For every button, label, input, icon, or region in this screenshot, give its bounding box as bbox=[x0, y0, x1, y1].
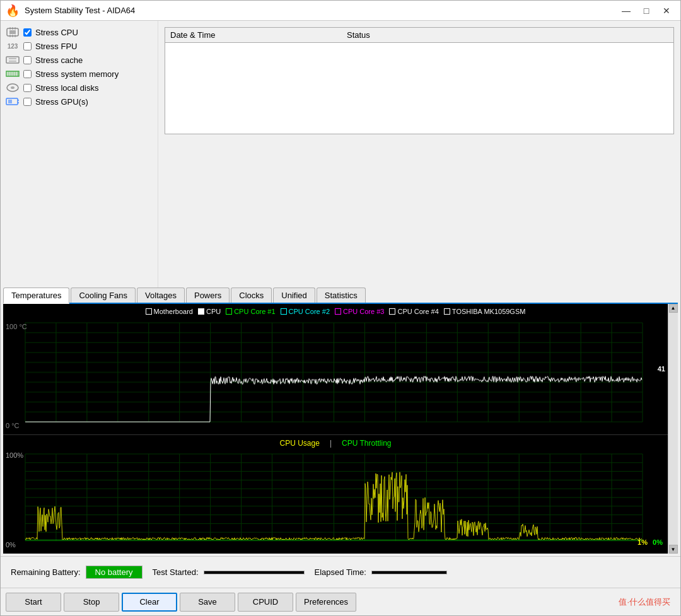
temperature-chart: Motherboard CPU CPU Core #1 CPU Cor bbox=[3, 304, 668, 435]
tab-temperatures[interactable]: Temperatures bbox=[3, 288, 69, 304]
stress-disk-label: Stress local disks bbox=[35, 83, 98, 93]
tab-bar: Temperatures Cooling Fans Voltages Power… bbox=[3, 288, 678, 304]
tab-unified[interactable]: Unified bbox=[273, 288, 315, 303]
legend-cpu-core3-check[interactable] bbox=[335, 308, 341, 315]
cpu-chart-canvas bbox=[3, 435, 668, 554]
elapsed-time-status: Elapsed Time: bbox=[315, 567, 447, 577]
start-button[interactable]: Start bbox=[6, 593, 61, 612]
stress-cpu-checkbox[interactable] bbox=[23, 28, 32, 37]
test-started-status: Test Started: bbox=[153, 567, 305, 577]
cpu-icon bbox=[6, 27, 20, 37]
battery-value: No battery bbox=[86, 566, 143, 579]
stress-cpu-row: Stress CPU bbox=[6, 27, 153, 37]
legend-cpu-core4-check[interactable] bbox=[389, 308, 395, 315]
status-bar: Remaining Battery: No battery Test Start… bbox=[1, 556, 680, 588]
log-header: Date & Time Status bbox=[165, 28, 673, 43]
tab-clocks[interactable]: Clocks bbox=[231, 288, 272, 303]
cpu-usage-chart: CPU Usage | CPU Throttling 100% 0% 1% 0% bbox=[3, 435, 668, 554]
log-col-status: Status bbox=[347, 30, 370, 40]
stress-memory-label: Stress system memory bbox=[35, 69, 119, 79]
legend-cpu-core1-check[interactable] bbox=[226, 308, 232, 315]
stop-button[interactable]: Stop bbox=[64, 593, 119, 612]
stress-fpu-row: 123 Stress FPU bbox=[6, 41, 153, 51]
legend-cpu-core1: CPU Core #1 bbox=[226, 308, 275, 315]
tab-statistics[interactable]: Statistics bbox=[317, 288, 366, 303]
stress-memory-checkbox[interactable] bbox=[23, 70, 32, 78]
legend-motherboard: Motherboard bbox=[146, 308, 193, 315]
legend-cpu: CPU bbox=[198, 308, 221, 315]
stress-disk-checkbox[interactable] bbox=[23, 84, 32, 92]
maximize-button[interactable]: □ bbox=[637, 4, 655, 17]
stress-cache-label: Stress cache bbox=[35, 55, 83, 65]
temp-current-value: 41 bbox=[658, 365, 665, 373]
tab-cooling-fans[interactable]: Cooling Fans bbox=[71, 288, 136, 303]
preferences-button[interactable]: Preferences bbox=[296, 593, 356, 612]
stress-cache-row: Stress cache bbox=[6, 55, 153, 65]
main-window: 🔥 System Stability Test - AIDA64 — □ ✕ S… bbox=[0, 0, 681, 616]
clear-button[interactable]: Clear bbox=[122, 593, 177, 612]
vertical-scrollbar[interactable]: ▲ ▼ bbox=[668, 304, 678, 554]
cpu-usage-value: 1% bbox=[637, 538, 648, 546]
stress-fpu-label: Stress FPU bbox=[35, 42, 77, 51]
svg-rect-21 bbox=[8, 100, 12, 103]
stress-gpu-label: Stress GPU(s) bbox=[35, 97, 88, 107]
log-table: Date & Time Status bbox=[165, 27, 674, 134]
legend-cpu-core4: CPU Core #4 bbox=[389, 308, 438, 315]
svg-rect-8 bbox=[6, 57, 19, 63]
stress-options-panel: Stress CPU 123 Stress FPU Stress cache bbox=[1, 21, 158, 288]
gpu-icon bbox=[6, 96, 20, 107]
minimize-button[interactable]: — bbox=[617, 4, 635, 17]
fpu-icon: 123 bbox=[6, 41, 20, 51]
save-button[interactable]: Save bbox=[180, 593, 235, 612]
memory-icon bbox=[6, 69, 20, 79]
temp-chart-canvas bbox=[3, 304, 668, 434]
stress-cpu-label: Stress CPU bbox=[35, 28, 78, 37]
tab-powers[interactable]: Powers bbox=[186, 288, 230, 303]
tab-voltages[interactable]: Voltages bbox=[137, 288, 185, 303]
stress-cache-checkbox[interactable] bbox=[23, 56, 32, 64]
watermark: 值·什么值得买 bbox=[619, 596, 675, 608]
disk-icon bbox=[6, 83, 20, 93]
stress-gpu-row: Stress GPU(s) bbox=[6, 96, 153, 107]
test-started-value bbox=[204, 571, 305, 574]
svg-rect-7 bbox=[9, 30, 16, 34]
scroll-down-button[interactable]: ▼ bbox=[669, 545, 678, 554]
temp-legend: Motherboard CPU CPU Core #1 CPU Cor bbox=[3, 306, 668, 317]
window-controls: — □ ✕ bbox=[617, 4, 675, 17]
elapsed-label: Elapsed Time: bbox=[315, 567, 366, 577]
legend-toshiba-check[interactable] bbox=[444, 308, 450, 315]
scrollbar-area: Motherboard CPU CPU Core #1 CPU Cor bbox=[3, 304, 678, 554]
tabs-area: Temperatures Cooling Fans Voltages Power… bbox=[1, 288, 680, 557]
stress-fpu-checkbox[interactable] bbox=[23, 42, 32, 50]
svg-point-19 bbox=[11, 86, 15, 89]
title-bar: 🔥 System Stability Test - AIDA64 — □ ✕ bbox=[1, 1, 680, 21]
legend-cpu-check[interactable] bbox=[198, 308, 204, 315]
log-panel: Date & Time Status bbox=[158, 21, 680, 288]
legend-motherboard-check[interactable] bbox=[146, 308, 152, 315]
legend-cpu-core3: CPU Core #3 bbox=[335, 308, 384, 315]
temp-y-min: 0 °C bbox=[6, 422, 20, 429]
cpuid-button[interactable]: CPUID bbox=[238, 593, 293, 612]
test-started-label: Test Started: bbox=[153, 567, 199, 577]
legend-toshiba: TOSHIBA MK1059GSM bbox=[444, 308, 526, 315]
temp-y-max: 100 °C bbox=[6, 323, 27, 330]
stress-gpu-checkbox[interactable] bbox=[23, 98, 32, 106]
cpu-throttle-value: 0% bbox=[653, 538, 663, 546]
battery-status: Remaining Battery: No battery bbox=[11, 566, 143, 579]
legend-cpu-core2-check[interactable] bbox=[281, 308, 287, 315]
footer-bar: Start Stop Clear Save CPUID Preferences … bbox=[1, 588, 680, 615]
battery-label: Remaining Battery: bbox=[11, 567, 81, 577]
charts-container: Motherboard CPU CPU Core #1 CPU Cor bbox=[3, 304, 668, 554]
log-body[interactable] bbox=[165, 43, 673, 134]
legend-cpu-core2: CPU Core #2 bbox=[281, 308, 330, 315]
cache-icon bbox=[6, 55, 20, 65]
stress-memory-row: Stress system memory bbox=[6, 69, 153, 79]
cpu-y-max: 100% bbox=[6, 451, 23, 459]
scroll-up-button[interactable]: ▲ bbox=[669, 304, 678, 313]
elapsed-value bbox=[371, 571, 447, 574]
cpu-legend: CPU Usage | CPU Throttling bbox=[3, 438, 668, 449]
close-button[interactable]: ✕ bbox=[658, 4, 675, 17]
app-icon: 🔥 bbox=[6, 4, 20, 18]
cpu-y-min: 0% bbox=[6, 541, 16, 549]
stress-disk-row: Stress local disks bbox=[6, 83, 153, 93]
